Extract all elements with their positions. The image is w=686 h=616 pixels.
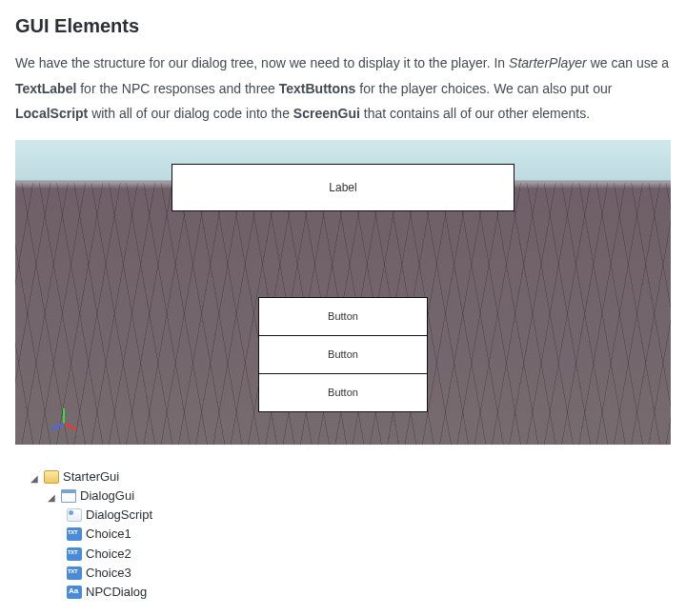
svg-line-1 — [64, 424, 76, 429]
choice-button[interactable]: Button — [259, 336, 427, 374]
tree-item-dialogscript[interactable]: DialogScript — [67, 506, 671, 525]
intro-screengui: ScreenGui — [293, 106, 360, 121]
choice-button[interactable]: Button — [259, 298, 427, 336]
tree-item-choice2[interactable]: Choice2 — [67, 545, 671, 564]
explorer-tree: ◢ StarterGui ◢ DialogGui DialogScript Ch… — [19, 467, 671, 602]
npc-text-label: Label — [172, 164, 514, 211]
folder-icon — [44, 470, 59, 484]
choice-button-stack: Button Button Button — [258, 297, 428, 412]
intro-localscript: LocalScript — [15, 106, 88, 121]
intro-text: for the NPC responses and three — [76, 81, 278, 96]
tree-item-choice1[interactable]: Choice1 — [67, 525, 671, 544]
expand-arrow-icon[interactable]: ◢ — [48, 491, 57, 501]
intro-text: that contains all of our other elements. — [360, 106, 590, 121]
tree-item-label: Choice2 — [86, 546, 131, 563]
game-viewport-screenshot: Label Button Button Button — [15, 140, 671, 445]
tree-item-npcdialog[interactable]: NPCDialog — [67, 583, 671, 602]
intro-text: with all of our dialog code into the — [88, 106, 293, 121]
tree-item-label: DialogGui — [80, 487, 134, 505]
choice-button[interactable]: Button — [259, 374, 427, 412]
axis-gizmo-icon — [50, 405, 78, 433]
tree-item-label: Choice1 — [86, 526, 131, 543]
intro-text: We have the structure for our dialog tre… — [15, 55, 509, 70]
tree-item-label: Choice3 — [86, 565, 131, 582]
intro-paragraph: We have the structure for our dialog tre… — [15, 50, 671, 127]
expand-arrow-icon[interactable]: ◢ — [30, 472, 40, 482]
tree-item-label: StarterGui — [63, 468, 119, 486]
screengui-icon — [61, 489, 76, 503]
intro-text: for the player choices. We can also put … — [355, 81, 612, 96]
textbutton-icon — [67, 527, 82, 541]
textlabel-icon — [67, 586, 82, 599]
tree-item-label: DialogScript — [86, 507, 152, 524]
section-heading: GUI Elements — [15, 15, 671, 37]
tree-item-startergui[interactable]: ◢ StarterGui — [30, 467, 671, 487]
intro-textlabel: TextLabel — [15, 81, 76, 96]
tree-item-label: NPCDialog — [86, 584, 147, 601]
intro-starterplayer: StarterPlayer — [509, 55, 587, 70]
textbutton-icon — [67, 547, 82, 561]
intro-text: we can use a — [587, 55, 669, 70]
localscript-icon — [67, 508, 82, 522]
svg-line-2 — [51, 424, 64, 429]
textbutton-icon — [67, 566, 82, 580]
intro-textbuttons: TextButtons — [279, 81, 356, 96]
tree-item-choice3[interactable]: Choice3 — [67, 564, 671, 583]
tree-item-dialoggui[interactable]: ◢ DialogGui — [48, 487, 671, 506]
